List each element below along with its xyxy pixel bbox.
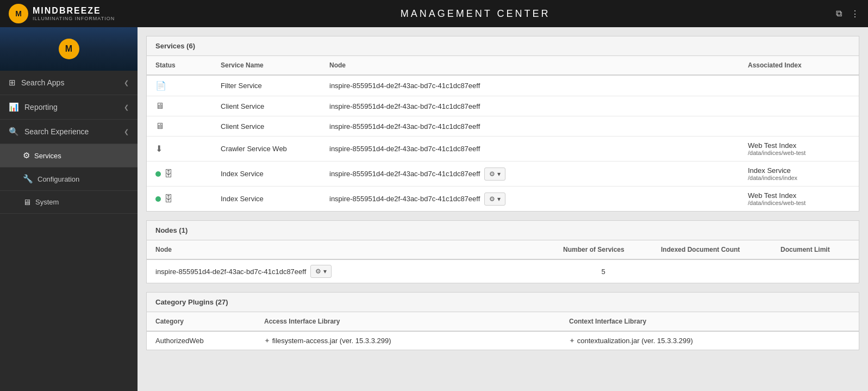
gear-icon: ⚙ xyxy=(23,151,30,160)
brand-tagline: ILLUMINATING INFORMATION xyxy=(33,16,115,21)
sidebar-item-services[interactable]: ⚙ Services xyxy=(0,144,138,167)
content-area: Services (6) Status Service Name Node As… xyxy=(138,27,868,359)
sidebar-item-search-experience[interactable]: 🔍 Search Experience ❮ xyxy=(0,120,138,144)
wrench-icon: 🔧 xyxy=(23,174,33,184)
gear-dropdown-button[interactable]: ⚙ ▾ xyxy=(484,193,505,206)
doc-limit-cell xyxy=(772,259,859,283)
indexed-doc-cell xyxy=(652,259,772,283)
grid-icon: ⊞ xyxy=(9,78,16,88)
service-name-cell: Client Service xyxy=(212,96,321,116)
sidebar-logo: M xyxy=(59,39,79,59)
services-table: Status Service Name Node Associated Inde… xyxy=(147,56,859,211)
col-indexed-doc: Indexed Document Count xyxy=(652,240,772,259)
status-indicator xyxy=(155,196,161,202)
download-icon: ⬇ xyxy=(155,144,163,154)
table-row: inspire-855951d4-de2f-43ac-bd7c-41c1dc87… xyxy=(147,259,859,283)
node-cell: inspire-855951d4-de2f-43ac-bd7c-41c1dc87… xyxy=(321,136,739,162)
services-section-header: Services (6) xyxy=(147,36,859,56)
chart-icon: 📊 xyxy=(9,102,19,112)
category-cell: AuthorizedWeb xyxy=(147,331,255,350)
monitor-icon: 🖥 xyxy=(23,197,31,207)
main-content: Services (6) Status Service Name Node As… xyxy=(138,27,868,391)
associated-index-cell: Web Test Index /data/indices/web-test xyxy=(739,136,859,162)
sidebar-item-label: Configuration xyxy=(38,175,79,183)
nodes-section: Nodes (1) Node Number of Services Indexe… xyxy=(146,220,859,283)
associated-index-cell xyxy=(739,96,859,116)
menu-button[interactable]: ⋮ xyxy=(851,9,859,19)
access-library-cell: ✦ filesystem-access.jar (ver. 15.3.3.299… xyxy=(255,331,560,350)
brand-name: MINDBREEZE xyxy=(33,6,115,16)
document-icon: 📄 xyxy=(155,80,166,91)
col-category: Category xyxy=(147,312,255,331)
col-doc-limit: Document Limit xyxy=(772,240,859,259)
table-row: 🗄 Index Service inspire-855951d4-de2f-43… xyxy=(147,187,859,212)
sidebar-item-label: Reporting xyxy=(24,103,58,111)
service-name-cell: Filter Service xyxy=(212,75,321,96)
col-node: Node xyxy=(147,240,554,259)
logo-icon: M xyxy=(9,4,28,23)
node-gear-button[interactable]: ⚙ ▾ xyxy=(310,265,331,278)
database-icon: 🗄 xyxy=(164,194,173,204)
plugin-icon: ✦ xyxy=(569,337,575,345)
chevron-right-icon: ❮ xyxy=(124,104,129,111)
chevron-right-icon: ❮ xyxy=(124,128,129,135)
sidebar-item-search-apps[interactable]: ⊞ Search Apps ❮ xyxy=(0,71,138,95)
monitor-icon: 🖥 xyxy=(155,121,164,131)
monitor-icon: 🖥 xyxy=(155,101,164,111)
table-row: 🗄 Index Service inspire-855951d4-de2f-43… xyxy=(147,162,859,187)
service-name-cell: Index Service xyxy=(212,162,321,187)
col-context-lib: Context Interface Library xyxy=(560,312,859,331)
sidebar-item-configuration[interactable]: 🔧 Configuration xyxy=(0,167,138,191)
associated-index-cell: Index Service /data/indices/index xyxy=(739,162,859,187)
layout: M ⊞ Search Apps ❮ 📊 Reporting ❮ 🔍 Searc xyxy=(0,27,868,391)
table-row: 📄 Filter Service inspire-855951d4-de2f-4… xyxy=(147,75,859,96)
sidebar-item-label: Services xyxy=(34,152,61,160)
col-associated-index: Associated Index xyxy=(739,56,859,75)
table-row: ⬇ Crawler Service Web inspire-855951d4-d… xyxy=(147,136,859,162)
chevron-right-icon: ❮ xyxy=(124,79,129,86)
service-name-cell: Crawler Service Web xyxy=(212,136,321,162)
node-cell: inspire-855951d4-de2f-43ac-bd7c-41c1dc87… xyxy=(321,116,739,136)
sidebar-item-label: Search Apps xyxy=(21,78,64,87)
associated-index-cell xyxy=(739,75,859,96)
header-actions: ⧉ ⋮ xyxy=(836,9,859,19)
logo: M MINDBREEZE ILLUMINATING INFORMATION xyxy=(9,4,115,23)
node-cell: inspire-855951d4-de2f-43ac-bd7c-41c1dc87… xyxy=(321,187,739,212)
col-access-lib: Access Interface Library xyxy=(255,312,560,331)
status-indicator xyxy=(155,171,161,177)
col-node: Node xyxy=(321,56,739,75)
page-title: MANAGEMENT CENTER xyxy=(401,8,551,20)
associated-index-cell xyxy=(739,116,859,136)
sidebar-item-label: Search Experience xyxy=(24,127,89,136)
context-library-cell: ✦ contextualization.jar (ver. 15.3.3.299… xyxy=(560,331,859,350)
plugin-icon: ✦ xyxy=(264,337,270,345)
sidebar-item-label: System xyxy=(35,198,59,206)
table-row: 🖥 Client Service inspire-855951d4-de2f-4… xyxy=(147,96,859,116)
search-icon: 🔍 xyxy=(9,127,19,136)
nodes-table: Node Number of Services Indexed Document… xyxy=(147,240,859,283)
node-cell: inspire-855951d4-de2f-43ac-bd7c-41c1dc87… xyxy=(321,75,739,96)
col-status: Status xyxy=(147,56,212,75)
service-name-cell: Client Service xyxy=(212,116,321,136)
col-service-name: Service Name xyxy=(212,56,321,75)
node-name: inspire-855951d4-de2f-43ac-bd7c-41c1dc87… xyxy=(155,268,306,276)
sidebar-item-reporting[interactable]: 📊 Reporting ❮ xyxy=(0,95,138,120)
sidebar-banner: M xyxy=(0,27,138,71)
col-num-services: Number of Services xyxy=(554,240,652,259)
header: M MINDBREEZE ILLUMINATING INFORMATION MA… xyxy=(0,0,868,27)
sidebar-item-system[interactable]: 🖥 System xyxy=(0,191,138,214)
database-icon: 🗄 xyxy=(164,169,173,179)
table-row: AuthorizedWeb ✦ filesystem-access.jar (v… xyxy=(147,331,859,350)
services-section: Services (6) Status Service Name Node As… xyxy=(146,36,859,212)
gear-dropdown-button[interactable]: ⚙ ▾ xyxy=(484,167,505,181)
sidebar: M ⊞ Search Apps ❮ 📊 Reporting ❮ 🔍 Searc xyxy=(0,27,138,391)
plugins-section-header: Category Plugins (27) xyxy=(147,293,859,312)
table-row: 🖥 Client Service inspire-855951d4-de2f-4… xyxy=(147,116,859,136)
external-link-button[interactable]: ⧉ xyxy=(836,9,842,18)
num-services-cell: 5 xyxy=(554,259,652,283)
nodes-section-header: Nodes (1) xyxy=(147,221,859,240)
node-cell: inspire-855951d4-de2f-43ac-bd7c-41c1dc87… xyxy=(321,162,739,187)
associated-index-cell: Web Test Index /data/indices/web-test xyxy=(739,187,859,212)
node-cell: inspire-855951d4-de2f-43ac-bd7c-41c1dc87… xyxy=(321,96,739,116)
plugins-section: Category Plugins (27) Category Access In… xyxy=(146,292,859,350)
